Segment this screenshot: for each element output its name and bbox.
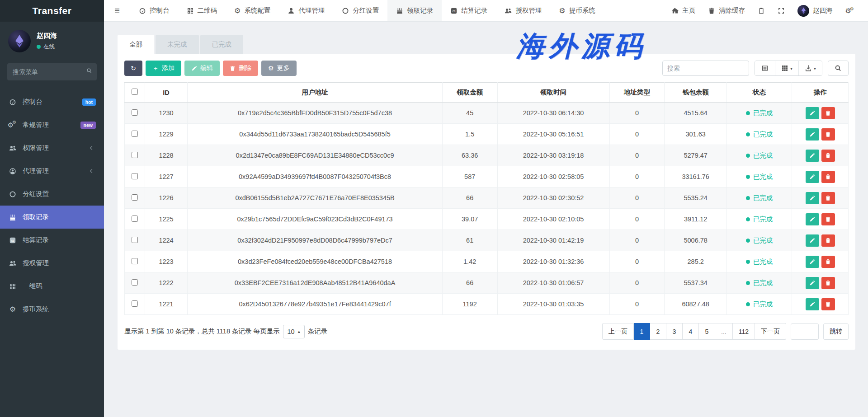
edit-row-button[interactable] [806,277,819,289]
edit-row-button[interactable] [806,298,819,310]
columns-button[interactable]: ▾ [775,61,798,75]
edit-row-button[interactable] [806,234,819,247]
edit-button[interactable]: 编辑 [184,61,220,76]
row-checkbox[interactable] [132,109,138,116]
actions-cell [792,145,849,166]
sidebar-menu: 控制台hot⚙⚙常规管理new权限管理代理管理分红设置领取记录结算记录授权管理二… [0,90,104,321]
sidebar-item-7[interactable]: 结算记录 [0,229,104,252]
delete-row-button[interactable] [821,150,835,162]
top-nav-item-5[interactable]: 分红设置 [333,0,387,21]
sidebar-item-4[interactable]: 代理管理 [0,159,104,183]
delete-row-button[interactable] [821,234,835,247]
row-checkbox[interactable] [132,279,138,286]
page-size-select[interactable]: 10 ▴ [283,325,305,338]
table-row: 12210x62D4501326778e927b49351e17Fe834414… [125,294,849,315]
page-button-5[interactable]: 5 [699,323,715,340]
top-nav-item-8[interactable]: 授权管理 [496,0,550,21]
top-nav-item-2[interactable]: 二维码 [178,0,226,21]
sidebar-item-3[interactable]: 权限管理 [0,136,104,159]
status-badge: 已完成 [753,236,773,245]
top-nav-item-3[interactable]: ⚙系统配置 [226,0,279,21]
tab-1[interactable]: 全部 [118,35,154,54]
row-checkbox[interactable] [132,258,138,264]
edit-row-button[interactable] [806,256,819,268]
trash-icon [825,216,831,222]
page-button-3[interactable]: 3 [666,323,683,340]
user-status: 在线 [43,43,55,51]
edit-row-button[interactable] [806,150,819,162]
delete-row-button[interactable] [821,277,835,289]
delete-row-button[interactable] [821,298,835,310]
row-checkbox[interactable] [132,173,138,179]
top-nav-item-1[interactable]: 控制台 [130,0,178,21]
top-nav-item-9[interactable]: ⚙提币系统 [550,0,604,21]
top-nav-item-7[interactable]: 结算记录 [442,0,496,21]
prev-page-button[interactable]: 上一页 [602,323,634,340]
edit-row-button[interactable] [806,107,819,119]
jump-page-input[interactable] [791,323,819,340]
sidebar-item-6[interactable]: 领取记录 [0,206,104,229]
gear-icon: ⚙ [8,306,17,313]
select-all-checkbox[interactable] [132,89,138,95]
sidebar-item-1[interactable]: 控制台hot [0,90,104,113]
home-link[interactable]: 主页 [665,0,702,21]
pencil-icon [809,195,815,201]
cell-id: 1222 [145,272,187,294]
settings-menu[interactable]: ⚙⚙ [839,0,862,21]
sidebar-item-8[interactable]: 授权管理 [0,252,104,275]
delete-row-button[interactable] [821,192,835,204]
sidebar-item-9[interactable]: 二维码 [0,275,104,298]
table-header-row: ID用户地址领取金额领取时间地址类型钱包余额状态操作 [125,83,849,103]
row-checkbox[interactable] [132,152,138,158]
delete-row-button[interactable] [821,256,835,268]
delete-button[interactable]: 删除 [223,61,258,76]
tab-3[interactable]: 已完成 [200,35,244,54]
export-button[interactable]: ▾ [798,61,822,75]
page-button-112[interactable]: 112 [733,323,755,340]
row-checkbox[interactable] [132,194,138,201]
row-select-cell [125,272,145,294]
row-checkbox[interactable] [132,300,138,307]
top-nav-item-4[interactable]: 代理管理 [279,0,333,21]
detail-view-button[interactable] [755,61,775,75]
row-checkbox[interactable] [132,237,138,243]
jump-button[interactable]: 跳转 [823,323,849,340]
cell-address: 0x2d1347e0ca89bE8FC69AD131E34880eCD53cc0… [188,145,443,166]
page-button-4[interactable]: 4 [683,323,699,340]
sidebar-item-5[interactable]: 分红设置 [0,183,104,206]
search-submit-button[interactable] [828,61,849,76]
page-button-2[interactable]: 2 [650,323,666,340]
edit-row-button[interactable] [806,213,819,225]
row-checkbox[interactable] [132,131,138,137]
user-panel: 赵四海 在线 [0,22,104,59]
menu-toggle-icon[interactable]: ≡ [104,0,130,21]
edit-row-button[interactable] [806,128,819,141]
edit-row-button[interactable] [806,171,819,183]
sidebar-item-10[interactable]: ⚙提币系统 [0,298,104,321]
user-menu[interactable]: 赵四海 [791,0,839,21]
more-button[interactable]: ⚙更多 [261,61,297,76]
sidebar: Transfer 赵四海 在线 控制台hot⚙⚙常规管理new权限管理代理管理分… [0,0,104,417]
table-search-input[interactable] [662,61,749,76]
docs-button[interactable] [751,0,771,21]
delete-row-button[interactable] [821,107,835,119]
clear-cache-link[interactable]: 清除缓存 [702,0,751,21]
delete-row-button[interactable] [821,213,835,225]
page-button-1[interactable]: 1 [634,323,650,340]
sidebar-menu-search-input[interactable] [7,63,97,80]
sidebar-item-2[interactable]: ⚙⚙常规管理new [0,113,104,136]
export-icon [805,65,812,72]
next-page-button[interactable]: 下一页 [755,323,786,340]
fullscreen-button[interactable] [771,0,791,21]
delete-row-button[interactable] [821,171,835,183]
top-nav-item-6[interactable]: 领取记录 [387,0,442,21]
row-checkbox[interactable] [132,216,138,222]
tab-2[interactable]: 未完成 [156,35,199,54]
status-cell: 已完成 [726,166,792,187]
edit-row-button[interactable] [806,192,819,204]
delete-row-button[interactable] [821,128,835,141]
row-select-cell [125,230,145,251]
cell-id: 1223 [145,251,187,272]
add-button[interactable]: ＋添加 [146,61,181,76]
refresh-button[interactable]: ↻ [124,61,142,76]
